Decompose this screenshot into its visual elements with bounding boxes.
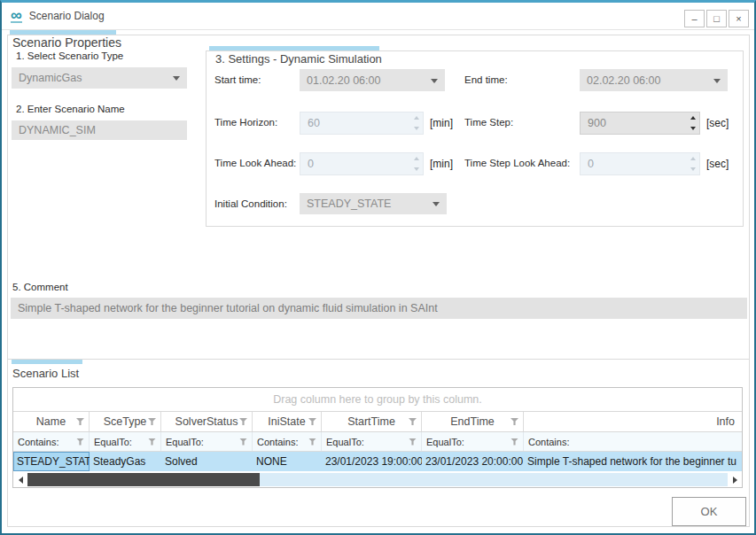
scrollbar-track[interactable] bbox=[27, 473, 728, 486]
start-time-label: Start time: bbox=[214, 74, 261, 85]
filter-icon[interactable] bbox=[148, 418, 156, 425]
start-time-dropdown[interactable]: 01.02.20 06:00 bbox=[300, 69, 445, 91]
filter-cell-name[interactable]: Contains: bbox=[13, 432, 90, 451]
grid-filter-row: Contains: EqualTo: EqualTo: Contains: Eq… bbox=[13, 432, 742, 452]
filter-icon[interactable] bbox=[308, 438, 316, 446]
comment-value: Simple T-shaped network for the beginner… bbox=[18, 302, 438, 314]
scroll-right-button[interactable] bbox=[728, 472, 742, 487]
column-header-name[interactable]: Name bbox=[13, 412, 90, 431]
cell-starttime[interactable]: 23/01/2023 19:00:00 bbox=[322, 452, 422, 471]
spinner-down-icon bbox=[690, 167, 696, 171]
time-step-label: Time Step: bbox=[464, 117, 513, 128]
filter-icon[interactable] bbox=[409, 418, 417, 425]
scenario-list-tab-indicator bbox=[12, 360, 82, 364]
filter-cell-endtime[interactable]: EqualTo: bbox=[422, 432, 524, 451]
time-step-look-ahead-spinner: 0 bbox=[580, 152, 700, 175]
scenario-properties-title: Scenario Properties bbox=[12, 35, 121, 50]
time-step-spinner[interactable]: 900 bbox=[580, 112, 700, 135]
cell-scetype[interactable]: SteadyGas bbox=[90, 452, 161, 471]
time-step-look-ahead-label: Time Step Look Ahead: bbox=[464, 158, 570, 168]
scroll-right-icon bbox=[733, 477, 737, 484]
scenario-name-input[interactable]: DYNAMIC_SIM bbox=[12, 120, 187, 140]
column-header-info[interactable]: Info bbox=[524, 412, 742, 431]
spinner-down-icon bbox=[414, 167, 419, 171]
scenario-list-title: Scenario List bbox=[12, 367, 79, 380]
filter-cell-solverstatus[interactable]: EqualTo: bbox=[161, 432, 253, 451]
filter-cell-info[interactable]: Contains: bbox=[524, 432, 742, 451]
scenario-name-label: 2. Enter Scenario Name bbox=[16, 104, 125, 114]
column-header-endtime[interactable]: EndTime bbox=[422, 412, 524, 431]
filter-icon[interactable] bbox=[510, 418, 518, 425]
time-horizon-spinner: 60 bbox=[300, 112, 424, 135]
cell-solverstatus[interactable]: Solved bbox=[161, 452, 253, 471]
column-header-starttime[interactable]: StartTime bbox=[322, 412, 422, 431]
title-bar: ∞ Scenario Dialog bbox=[2, 3, 754, 30]
spinner-up-icon[interactable] bbox=[690, 116, 696, 120]
filter-icon[interactable] bbox=[409, 438, 417, 446]
table-row[interactable]: STEADY_STATE SteadyGas Solved NONE 23/01… bbox=[13, 452, 742, 471]
minimize-button[interactable]: – bbox=[684, 10, 705, 27]
spinner-up-icon bbox=[690, 157, 696, 160]
time-look-ahead-unit: [min] bbox=[430, 158, 453, 170]
cell-endtime[interactable]: 23/01/2023 20:00:00 bbox=[422, 452, 524, 471]
filter-icon[interactable] bbox=[239, 418, 247, 425]
scrollbar-thumb[interactable] bbox=[27, 473, 260, 486]
group-by-panel[interactable]: Drag column here to group by this column… bbox=[13, 388, 742, 412]
column-header-scetype[interactable]: SceType bbox=[90, 412, 161, 431]
saint-logo-icon: ∞ bbox=[11, 10, 22, 23]
comment-label: 5. Comment bbox=[12, 282, 68, 292]
start-time-value: 01.02.20 06:00 bbox=[307, 74, 380, 87]
filter-icon[interactable] bbox=[239, 438, 247, 446]
scenario-type-dropdown[interactable]: DynamicGas bbox=[12, 67, 187, 89]
settings-title: 3. Settings - Dynamic Simulation bbox=[215, 52, 382, 66]
section-divider bbox=[7, 359, 750, 360]
chevron-down-icon[interactable] bbox=[433, 202, 440, 206]
end-time-label: End time: bbox=[464, 74, 508, 85]
column-header-solverstatus[interactable]: SolverStatus bbox=[161, 412, 253, 431]
window-controls: – □ × bbox=[684, 10, 749, 27]
chevron-down-icon[interactable] bbox=[431, 79, 438, 83]
cell-inistate[interactable]: NONE bbox=[253, 452, 322, 471]
filter-cell-inistate[interactable]: Contains: bbox=[253, 432, 322, 451]
filter-icon[interactable] bbox=[76, 418, 84, 425]
time-horizon-label: Time Horizon: bbox=[214, 117, 277, 128]
time-horizon-unit: [min] bbox=[430, 117, 453, 129]
end-time-dropdown[interactable]: 02.02.20 06:00 bbox=[580, 69, 728, 91]
filter-icon[interactable] bbox=[76, 438, 84, 446]
spinner-up-icon bbox=[414, 116, 419, 120]
scenario-type-label: 1. Select Scenario Type bbox=[16, 50, 123, 61]
scenario-properties-tab-indicator bbox=[10, 30, 116, 35]
initial-condition-value: STEADY_STATE bbox=[307, 198, 391, 210]
spinner-up-icon bbox=[414, 157, 419, 160]
end-time-value: 02.02.20 06:00 bbox=[587, 74, 660, 87]
window-title: Scenario Dialog bbox=[29, 10, 105, 22]
cell-info[interactable]: Simple T-shaped network for the beginner… bbox=[524, 452, 742, 471]
time-look-ahead-value: 0 bbox=[308, 158, 314, 170]
time-step-unit: [sec] bbox=[706, 117, 729, 129]
chevron-down-icon[interactable] bbox=[173, 76, 180, 81]
time-step-look-ahead-unit: [sec] bbox=[706, 158, 729, 170]
scenario-name-value: DYNAMIC_SIM bbox=[19, 124, 96, 136]
scenario-type-value: DynamicGas bbox=[19, 72, 82, 84]
horizontal-scrollbar[interactable] bbox=[13, 472, 742, 487]
scroll-left-icon bbox=[19, 477, 23, 484]
spinner-down-icon[interactable] bbox=[690, 127, 696, 130]
close-button[interactable]: × bbox=[729, 10, 749, 27]
maximize-button[interactable]: □ bbox=[706, 10, 727, 27]
filter-icon[interactable] bbox=[148, 438, 156, 446]
ok-button[interactable]: OK bbox=[672, 497, 746, 526]
filter-icon[interactable] bbox=[308, 418, 316, 425]
column-header-inistate[interactable]: IniState bbox=[253, 412, 322, 431]
initial-condition-dropdown[interactable]: STEADY_STATE bbox=[300, 193, 447, 214]
filter-cell-scetype[interactable]: EqualTo: bbox=[90, 432, 161, 451]
cell-name[interactable]: STEADY_STATE bbox=[13, 452, 90, 471]
time-look-ahead-label: Time Look Ahead: bbox=[214, 158, 296, 168]
chevron-down-icon[interactable] bbox=[713, 79, 721, 83]
comment-input[interactable]: Simple T-shaped network for the beginner… bbox=[11, 298, 747, 319]
filter-icon[interactable] bbox=[510, 438, 518, 446]
scroll-left-button[interactable] bbox=[13, 472, 27, 487]
scenario-grid: Drag column here to group by this column… bbox=[12, 387, 743, 488]
scenario-dialog-window: ∞ Scenario Dialog – □ × Scenario Propert… bbox=[0, 0, 756, 535]
filter-cell-starttime[interactable]: EqualTo: bbox=[322, 432, 422, 451]
spinner-down-icon bbox=[414, 127, 419, 130]
